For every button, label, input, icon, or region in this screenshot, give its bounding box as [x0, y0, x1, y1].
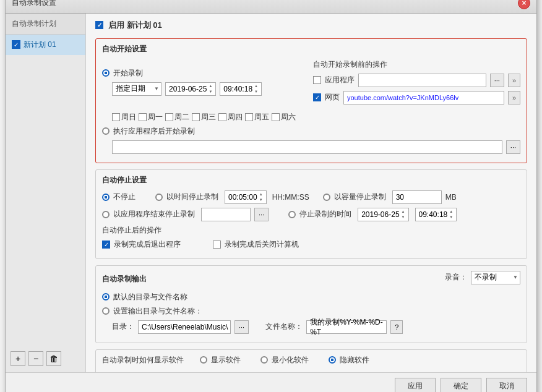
- by-app-label: 以应用程序结束停止录制: [113, 209, 195, 219]
- apply-button[interactable]: 应用: [395, 378, 436, 393]
- sidebar-item-plan[interactable]: ✓ 新计划 01: [6, 35, 85, 55]
- time-spinners[interactable]: ▲ ▼: [254, 83, 258, 95]
- date-spinners[interactable]: ▲ ▼: [209, 83, 212, 95]
- auto-stop-section: 自动停止设置 不停止 以时间停止录制 00:05:00 ▲ ▼ HH:MM:S: [95, 169, 527, 259]
- weekday-friday-checkbox[interactable]: [245, 113, 253, 121]
- by-app-radio[interactable]: [102, 211, 110, 218]
- hide-radio[interactable]: [329, 356, 336, 364]
- minimize-radio[interactable]: [260, 356, 268, 364]
- weekday-saturday-checkbox[interactable]: [272, 113, 280, 121]
- exit-app-checkbox[interactable]: ✓: [102, 241, 110, 249]
- weekday-thursday-label: 周四: [228, 112, 243, 122]
- app-input[interactable]: [358, 74, 486, 87]
- weekday-tuesday-checkbox[interactable]: [165, 113, 173, 121]
- url-input[interactable]: youtube.com/watch?v=JKnMDLy66lv: [343, 91, 504, 104]
- weekday-monday: 周一: [139, 112, 163, 122]
- after-stop-label: 自动停止后的操作: [102, 225, 161, 236]
- shutdown-checkbox[interactable]: [213, 241, 221, 249]
- sidebar-footer: + − 🗑: [6, 348, 85, 369]
- audio-dropdown[interactable]: 不录制: [471, 271, 520, 284]
- add-plan-button[interactable]: +: [11, 351, 25, 366]
- no-stop-label: 不停止: [113, 192, 136, 202]
- weekday-friday: 周五: [245, 112, 269, 122]
- dir-input[interactable]: C:\Users\Reneelab\Music\: [138, 320, 231, 334]
- minimize-label: 最小化软件: [272, 355, 309, 365]
- run-app-browse-button[interactable]: ···: [506, 140, 520, 154]
- date-up[interactable]: ▲: [209, 83, 212, 89]
- cancel-button[interactable]: 取消: [486, 378, 527, 393]
- file-input[interactable]: 我的录制%Y-%M-%D-%T: [306, 320, 387, 334]
- stop-time-up[interactable]: ▲: [449, 209, 453, 215]
- by-time-radio[interactable]: [155, 194, 163, 201]
- remove-plan-button[interactable]: −: [28, 351, 43, 366]
- close-button[interactable]: ×: [518, 0, 530, 9]
- run-app-row: 执行应用程序后开始录制: [102, 126, 520, 137]
- audio-label: 录音：: [445, 272, 467, 283]
- webpage-label: 网页: [325, 92, 340, 103]
- show-radio[interactable]: [200, 356, 207, 364]
- plan-enable-label: 启用 新计划 01: [108, 20, 162, 31]
- stop-time-radio[interactable]: [288, 211, 296, 218]
- by-time-input[interactable]: 00:05:00 ▲ ▼: [225, 190, 267, 204]
- date-down[interactable]: ▼: [209, 89, 212, 95]
- dialog: 自动录制设置 × 自动录制计划 ✓ 新计划 01 + − 🗑 ✓ 启: [5, 0, 537, 392]
- sidebar-item-checkbox[interactable]: ✓: [12, 40, 20, 49]
- time-stop-up[interactable]: ▲: [259, 192, 263, 197]
- stop-date-down[interactable]: ▼: [402, 215, 405, 220]
- by-time-label: 以时间停止录制: [166, 192, 218, 202]
- time-up[interactable]: ▲: [254, 83, 258, 89]
- weekday-wednesday-checkbox[interactable]: [192, 113, 200, 121]
- plan-header: ✓ 启用 新计划 01: [95, 20, 527, 31]
- ok-button[interactable]: 确定: [441, 378, 481, 393]
- stop-date-input[interactable]: 2019-06-25 ▲ ▼: [358, 208, 408, 221]
- weekday-tuesday: 周二: [165, 112, 189, 122]
- custom-name-radio[interactable]: [102, 307, 110, 315]
- weekday-sunday-checkbox[interactable]: [112, 113, 120, 121]
- dir-browse-button[interactable]: ···: [234, 320, 249, 334]
- run-app-input[interactable]: [112, 140, 502, 154]
- no-stop-radio[interactable]: [102, 194, 110, 201]
- date-type-dropdown[interactable]: 指定日期: [112, 82, 161, 96]
- by-capacity-radio[interactable]: [323, 194, 330, 201]
- date-input[interactable]: 2019-06-25 ▲ ▼: [165, 82, 216, 96]
- stop-time-down[interactable]: ▼: [449, 215, 453, 220]
- stop-time-spinners[interactable]: ▲ ▼: [449, 209, 453, 220]
- run-app-radio[interactable]: [102, 127, 110, 135]
- file-label: 文件名称：: [265, 322, 303, 332]
- file-help-button[interactable]: ?: [390, 320, 403, 334]
- delete-plan-button[interactable]: 🗑: [46, 351, 61, 366]
- shutdown-label: 录制完成后关闭计算机: [225, 239, 299, 250]
- default-name-radio[interactable]: [102, 293, 110, 300]
- display-title: 自动录制时如何显示软件: [102, 355, 184, 365]
- app-checkbox[interactable]: [313, 76, 321, 84]
- weekday-monday-checkbox[interactable]: [139, 113, 147, 121]
- capacity-unit: MB: [445, 193, 457, 202]
- pre-action-label-row: 自动开始录制前的操作: [313, 59, 520, 70]
- weekday-thursday-checkbox[interactable]: [218, 113, 226, 121]
- time-stop-spinners[interactable]: ▲ ▼: [259, 192, 263, 203]
- app-browse-button[interactable]: ···: [490, 74, 504, 87]
- weekday-saturday-label: 周六: [281, 112, 296, 122]
- weekday-friday-label: 周五: [254, 112, 269, 122]
- by-app-input[interactable]: [201, 208, 251, 221]
- main-content: ✓ 启用 新计划 01 自动开始设置 开始录制 指定日期: [86, 14, 536, 372]
- webpage-checkbox[interactable]: ✓: [313, 93, 321, 101]
- stop-time-label: 停止录制的时间: [299, 209, 351, 219]
- after-stop-options-row: ✓ 录制完成后退出程序 录制完成后关闭计算机: [102, 239, 520, 250]
- title-bar: 自动录制设置 ×: [6, 0, 536, 14]
- time-stop-down[interactable]: ▼: [259, 197, 263, 203]
- by-capacity-input[interactable]: 30: [392, 190, 442, 204]
- exit-app-label: 录制完成后退出程序: [114, 239, 181, 250]
- time-down[interactable]: ▼: [254, 89, 258, 95]
- plan-enable-checkbox[interactable]: ✓: [95, 21, 103, 29]
- by-app-browse-button[interactable]: ···: [254, 208, 269, 221]
- time-input[interactable]: 09:40:18 ▲ ▼: [220, 82, 262, 96]
- stop-date-spinners[interactable]: ▲ ▼: [402, 209, 405, 220]
- app-arrow-button[interactable]: »: [508, 74, 520, 87]
- stop-date-up[interactable]: ▲: [402, 209, 405, 215]
- stop-time-input[interactable]: 09:40:18 ▲ ▼: [415, 208, 457, 221]
- sidebar: 自动录制计划 ✓ 新计划 01 + − 🗑: [6, 14, 86, 372]
- start-recording-radio[interactable]: [102, 69, 110, 77]
- url-arrow-button[interactable]: »: [508, 91, 520, 104]
- time-format-label: HH:MM:SS: [272, 193, 309, 202]
